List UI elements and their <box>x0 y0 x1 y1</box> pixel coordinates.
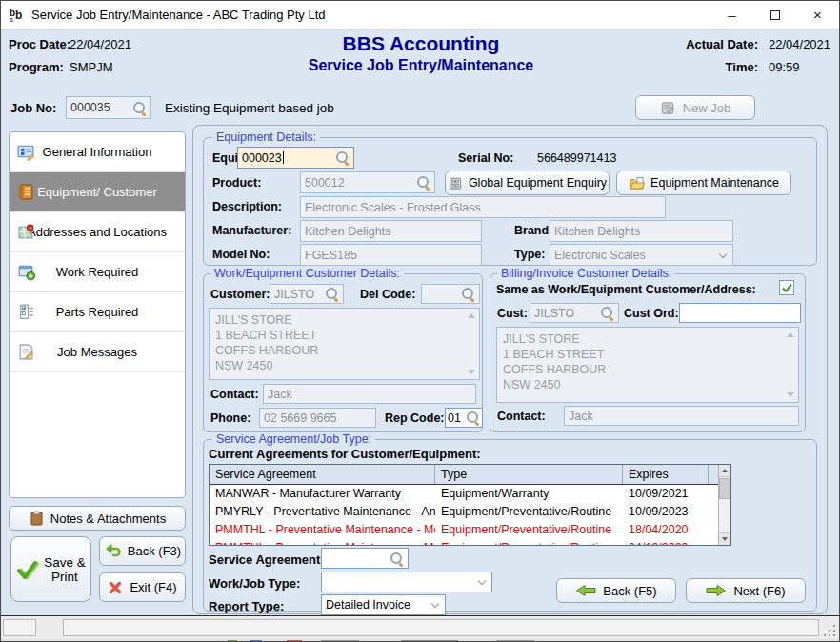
table-scrollbar[interactable] <box>718 465 730 545</box>
sidebar-item-work-required[interactable]: Work Required <box>10 252 185 292</box>
rep-code-value: 01 <box>448 411 461 425</box>
save-print-button[interactable]: Save & Print <box>10 536 91 602</box>
sidebar-item-label: Job Messages <box>10 345 185 359</box>
sidebar-item-label: General Information <box>10 145 185 159</box>
customer-label: Customer: <box>210 288 270 301</box>
cell-expires: 04/12/2020 <box>623 539 709 546</box>
sidebar-item-addresses-locations[interactable]: Addresses and Locations <box>10 212 185 252</box>
type-value: Electronic Scales <box>554 249 646 262</box>
type-label: Type: <box>514 248 545 261</box>
sidebar-item-job-messages[interactable]: Job Messages <box>10 332 185 372</box>
cell-expires: 10/09/2021 <box>623 485 709 503</box>
sidebar-item-equipment-customer[interactable]: Equipment/ Customer <box>10 172 185 212</box>
phone-field: 02 5669 9665 <box>259 408 376 428</box>
scrollbar-down-button[interactable] <box>719 532 730 545</box>
cust-search-icon[interactable] <box>600 306 614 320</box>
back-f5-label: Back (F5) <box>603 584 656 598</box>
col-header-expires[interactable]: Expires <box>623 465 709 484</box>
back-f5-button[interactable]: Back (F5) <box>556 578 676 603</box>
checklist-icon <box>17 303 35 321</box>
time-label: Time: <box>620 60 758 74</box>
table-row[interactable]: PMMTHL - Preventative Maintenance - Mo..… <box>210 539 730 546</box>
notes-attachments-button[interactable]: Notes & Attachments <box>9 506 186 531</box>
equip-id-search-icon[interactable] <box>335 150 350 165</box>
agreements-caption: Current Agreements for Customer/Equipmen… <box>209 447 481 461</box>
right-arrow-icon <box>706 584 727 597</box>
equipment-details-legend: Equipment Details: <box>212 130 320 144</box>
cell-agreement: PMYRLY - Preventative Maintenance - Ann.… <box>210 503 435 521</box>
report-type-value: Detailed Invoice <box>326 598 410 612</box>
person-card-icon <box>17 143 35 161</box>
brand-value: Kitchen Delights <box>554 225 640 238</box>
svg-text:s: s <box>10 16 14 23</box>
work-job-type-dropdown[interactable] <box>321 572 492 592</box>
chevron-down-icon <box>478 578 486 586</box>
cell-type: Equipment/Preventative/Routine <box>435 521 623 539</box>
table-row[interactable]: PMYRLY - Preventative Maintenance - Ann.… <box>210 503 730 521</box>
work-contact-value: Jack <box>268 388 292 401</box>
billing-customer-legend: Billing/Invoice Customer Details: <box>497 267 675 280</box>
col-header-service-agreement[interactable]: Service Agreement <box>210 465 435 484</box>
chevron-down-icon <box>431 601 439 609</box>
equipment-maintenance-button[interactable]: Equipment Maintenance <box>616 171 791 195</box>
scroll-up-icon[interactable] <box>468 313 475 318</box>
table-row[interactable]: PMMTHL - Preventative Maintenance - Mo..… <box>210 521 730 539</box>
manufacturer-field: Kitchen Delights <box>300 220 482 242</box>
folder-page-icon <box>629 175 645 191</box>
job-description: Existing Equipment based job <box>165 101 334 115</box>
sidebar-item-label: Work Required <box>10 265 185 279</box>
service-agreement-legend: Service Agreement/Job Type: <box>212 432 375 446</box>
rep-code-search-icon[interactable] <box>466 411 480 425</box>
table-row[interactable]: MANWAR - Manufacturer Warranty Equipment… <box>210 485 730 503</box>
customer-search-icon[interactable] <box>325 287 339 301</box>
close-button[interactable]: × <box>796 1 839 29</box>
service-agreement-search-icon[interactable] <box>390 552 404 566</box>
scroll-down-icon[interactable] <box>468 370 475 374</box>
back-f3-button[interactable]: Back (F3) <box>99 536 186 566</box>
exit-f4-label: Exit (F4) <box>130 580 176 594</box>
maximize-button[interactable] <box>753 1 796 29</box>
new-job-button[interactable]: New Job <box>635 95 755 120</box>
resize-grip[interactable] <box>833 634 835 636</box>
model-no-value: FGES185 <box>305 249 357 262</box>
cell-agreement: PMMTHL - Preventative Maintenance - Mo..… <box>210 539 435 546</box>
job-no-field[interactable]: 000035 <box>66 96 151 119</box>
cust-ord-label: Cust Ord: <box>624 307 679 320</box>
description-field: Electronic Scales - Frosted Glass <box>300 196 666 218</box>
col-header-type[interactable]: Type <box>435 465 623 484</box>
same-as-label: Same as Work/Equipment Customer/Address: <box>496 283 756 296</box>
scroll-down-icon[interactable] <box>787 392 794 397</box>
job-no-search-icon[interactable] <box>132 101 147 115</box>
description-value: Electronic Scales - Frosted Glass <box>305 201 481 214</box>
phone-label: Phone: <box>210 411 250 425</box>
product-search-icon[interactable] <box>416 175 430 190</box>
work-contact-label: Contact: <box>210 388 259 401</box>
same-as-checkbox[interactable] <box>779 280 794 295</box>
report-type-dropdown[interactable]: Detailed Invoice <box>321 594 446 615</box>
sidebar-item-parts-required[interactable]: Parts Required <box>10 292 185 332</box>
model-no-label: Model No: <box>212 248 270 261</box>
cust-ord-field[interactable] <box>679 303 801 323</box>
manufacturer-label: Manufacturer: <box>212 224 291 237</box>
billing-address-text: JILL'S STORE 1 BEACH STREET COFFS HARBOU… <box>503 331 783 392</box>
rep-code-field[interactable]: 01 <box>445 408 483 428</box>
cell-expires: 18/04/2020 <box>623 521 709 539</box>
notes-attachments-label: Notes & Attachments <box>50 512 166 526</box>
global-equipment-enquiry-button[interactable]: Global Equipment Enquiry <box>445 171 610 195</box>
customer-field: JILSTO <box>270 284 344 304</box>
equip-id-field[interactable]: 000023 <box>237 147 354 169</box>
scroll-up-icon[interactable] <box>787 332 794 337</box>
scrollbar-up-button[interactable] <box>719 465 730 477</box>
service-agreement-field[interactable] <box>321 548 409 569</box>
next-f6-button[interactable]: Next (F6) <box>686 578 806 603</box>
maximize-icon <box>770 10 780 20</box>
scrollbar-thumb[interactable] <box>719 478 730 499</box>
customer-value: JILSTO <box>274 288 314 301</box>
manufacturer-value: Kitchen Delights <box>305 225 390 238</box>
exit-f4-button[interactable]: Exit (F4) <box>99 572 186 602</box>
cust-field: JILSTO <box>530 303 619 323</box>
work-job-type-label: Work/Job Type: <box>209 576 300 591</box>
sidebar-item-general-information[interactable]: General Information <box>10 132 185 172</box>
minimize-button[interactable]: – <box>710 1 753 29</box>
del-code-search-icon[interactable] <box>461 287 475 301</box>
